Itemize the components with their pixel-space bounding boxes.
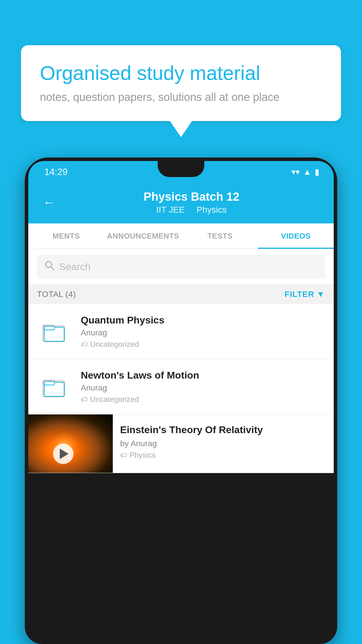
back-button[interactable]: ← (43, 195, 55, 209)
search-box[interactable]: Search (37, 255, 325, 279)
tab-tests[interactable]: TESTS (182, 223, 258, 249)
wifi-icon: ▾▾ (291, 167, 300, 177)
video-title: Einstein's Theory Of Relativity (120, 423, 326, 436)
video-title: Newton's Laws of Motion (81, 370, 325, 381)
tag-icon: 🏷 (120, 451, 127, 459)
search-icon (44, 260, 55, 273)
svg-rect-5 (44, 326, 55, 330)
speech-bubble-container: Organised study material notes, question… (21, 45, 341, 137)
tag-icon: 🏷 (81, 396, 88, 404)
video-tag: 🏷 Uncategorized (81, 395, 325, 404)
header-title-section: Physics Batch 12 IIT JEE Physics (64, 190, 319, 215)
video-thumbnail (28, 414, 113, 473)
video-author: Anurag (81, 383, 325, 393)
play-triangle-icon (60, 449, 68, 459)
tag-icon: 🏷 (81, 340, 88, 349)
folder-icon (37, 374, 72, 400)
header-subtitle-physics: Physics (196, 205, 226, 214)
app-header: ← Physics Batch 12 IIT JEE Physics (28, 183, 334, 223)
filter-bar: TOTAL (4) FILTER ▼ (28, 284, 334, 304)
video-tag: 🏷 Physics (120, 451, 326, 460)
status-time: 14:29 (44, 167, 68, 177)
filter-funnel-icon: ▼ (317, 290, 325, 299)
list-item[interactable]: Newton's Laws of Motion Anurag 🏷 Uncateg… (28, 359, 334, 414)
video-info: Newton's Laws of Motion Anurag 🏷 Uncateg… (81, 370, 325, 404)
list-item[interactable]: Quantum Physics Anurag 🏷 Uncategorized (28, 304, 334, 359)
video-info: Einstein's Theory Of Relativity by Anura… (113, 414, 334, 467)
tabs-bar: MENTS ANNOUNCEMENTS TESTS VIDEOS (28, 223, 334, 249)
speech-bubble: Organised study material notes, question… (21, 45, 341, 121)
folder-icon (37, 318, 72, 345)
video-author: by Anurag (120, 439, 326, 448)
total-count: TOTAL (4) (37, 290, 76, 299)
svg-line-1 (51, 267, 54, 270)
play-button[interactable] (53, 444, 73, 464)
video-tag: 🏷 Uncategorized (81, 340, 325, 349)
tab-announcements[interactable]: ANNOUNCEMENTS (104, 223, 182, 249)
status-bar: 14:29 ▾▾ ▲ ▮ (28, 161, 334, 183)
battery-icon: ▮ (315, 167, 319, 177)
header-subtitle: IIT JEE Physics (64, 205, 319, 215)
phone-inner: 14:29 ▾▾ ▲ ▮ ← Physics Batch 12 IIT JEE … (28, 161, 334, 640)
search-container: Search (28, 249, 334, 284)
video-title: Quantum Physics (81, 314, 325, 326)
video-author: Anurag (81, 328, 325, 337)
search-placeholder: Search (59, 261, 91, 272)
video-info: Quantum Physics Anurag 🏷 Uncategorized (81, 314, 325, 349)
notch (158, 161, 204, 177)
bubble-tail (170, 121, 192, 137)
status-icons: ▾▾ ▲ ▮ (291, 167, 319, 177)
phone-frame: 14:29 ▾▾ ▲ ▮ ← Physics Batch 12 IIT JEE … (25, 158, 337, 644)
thumb-background (28, 414, 113, 473)
signal-icon: ▲ (303, 167, 311, 177)
video-list: Quantum Physics Anurag 🏷 Uncategorized (28, 304, 334, 473)
svg-rect-9 (44, 382, 55, 385)
header-title: Physics Batch 12 (64, 190, 319, 203)
tab-videos[interactable]: VIDEOS (258, 223, 334, 249)
list-item[interactable]: Einstein's Theory Of Relativity by Anura… (28, 414, 334, 473)
header-subtitle-iitjee: IIT JEE (156, 205, 185, 214)
bubble-subtitle: notes, question papers, solutions all at… (40, 91, 322, 104)
filter-button[interactable]: FILTER ▼ (284, 290, 325, 299)
bubble-title: Organised study material (40, 61, 322, 85)
tab-ments[interactable]: MENTS (28, 223, 104, 249)
